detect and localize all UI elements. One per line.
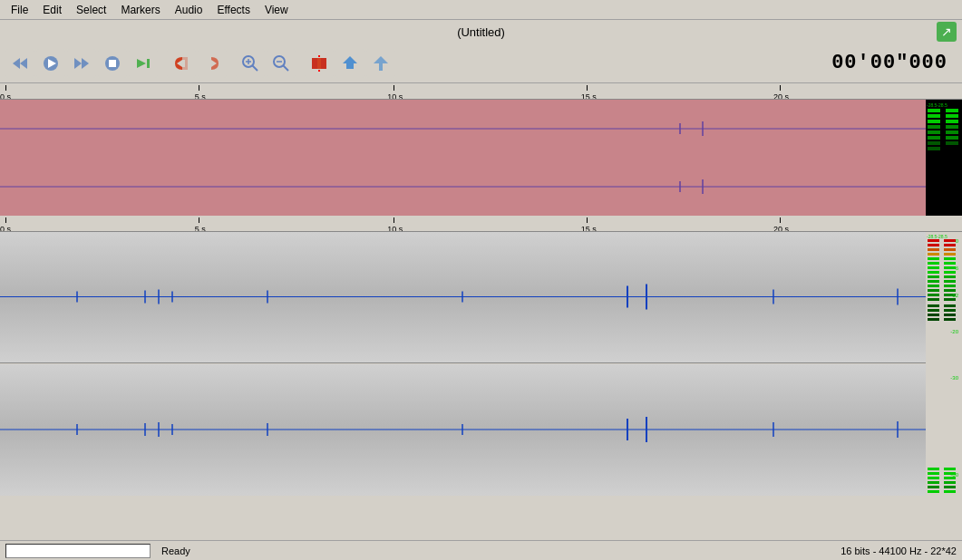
svg-text:-60: -60: [950, 472, 958, 478]
svg-rect-117: [944, 490, 956, 493]
minimize-icon[interactable]: ↗: [937, 22, 957, 42]
loop-button[interactable]: [335, 49, 364, 78]
time-display: 00'00"000: [831, 52, 957, 74]
rewind-button[interactable]: [5, 49, 34, 78]
lower-track-2[interactable]: [0, 364, 926, 496]
svg-rect-99: [944, 262, 956, 265]
svg-rect-104: [944, 285, 956, 287]
svg-marker-5: [82, 58, 89, 69]
svg-marker-1: [20, 58, 27, 69]
lower-ruler-mark-15s: ,15 s: [578, 217, 597, 232]
svg-rect-91: [928, 481, 939, 484]
svg-rect-73: [928, 253, 939, 256]
svg-rect-92: [928, 486, 939, 488]
separator-3: [297, 49, 303, 78]
svg-rect-36: [928, 136, 940, 140]
ruler-label: ,20 s: [771, 92, 789, 100]
menu-markers[interactable]: Markers: [113, 2, 167, 18]
svg-rect-9: [147, 59, 150, 68]
svg-rect-70: [928, 239, 939, 242]
svg-text:-30: -30: [950, 375, 958, 381]
svg-rect-34: [928, 125, 940, 129]
svg-rect-94: [944, 239, 956, 242]
ruler-label: ,10 s: [385, 92, 403, 100]
ruler-tick: [587, 85, 588, 91]
ruler-label: ,15 s: [578, 225, 597, 232]
svg-rect-71: [928, 244, 939, 246]
zoom-out-button[interactable]: [267, 49, 296, 78]
svg-rect-75: [928, 262, 939, 265]
redo-button[interactable]: [198, 49, 227, 78]
lower-ruler: 0 s ,5 s ,10 s ,15 s ,20 s: [0, 216, 962, 232]
stop-button[interactable]: [98, 49, 127, 78]
ruler-label: ,20 s: [771, 225, 789, 232]
ruler-mark-0s: 0 s: [0, 85, 11, 100]
toolbar: 00'00"000: [0, 43, 962, 83]
marker-button[interactable]: [366, 49, 395, 78]
separator-2: [228, 49, 234, 78]
menu-file[interactable]: File: [4, 2, 35, 18]
ruler-tick: [199, 217, 199, 223]
fast-forward-button[interactable]: [67, 49, 96, 78]
lower-track-1[interactable]: [0, 232, 926, 363]
lower-ruler-mark-5s: ,5 s: [192, 217, 206, 232]
ruler-tick: [587, 217, 588, 223]
menu-edit[interactable]: Edit: [35, 2, 69, 18]
svg-rect-96: [944, 248, 956, 251]
ruler-inner-lower: 0 s ,5 s ,10 s ,15 s ,20 s: [0, 217, 926, 232]
zoom-in-button[interactable]: [236, 49, 265, 78]
ruler-label: ,5 s: [192, 92, 206, 100]
menu-audio[interactable]: Audio: [168, 2, 210, 18]
svg-line-11: [252, 65, 258, 71]
ruler-tick: [780, 85, 781, 91]
upper-track-1[interactable]: [0, 100, 926, 158]
ruler-tick: [199, 85, 199, 91]
svg-text:0: 0: [956, 238, 959, 244]
svg-text:-20: -20: [950, 329, 958, 334]
svg-rect-116: [944, 486, 956, 488]
ruler-label: ,5 s: [192, 225, 206, 232]
status-info: 16 bits - 44100 Hz - 22*42: [841, 546, 957, 556]
go-to-end-button[interactable]: [129, 49, 158, 78]
svg-rect-109: [944, 309, 956, 312]
lower-ruler-mark-0s: 0 s: [0, 217, 11, 232]
svg-rect-88: [928, 468, 939, 470]
svg-marker-4: [74, 58, 82, 69]
svg-rect-97: [944, 253, 956, 256]
svg-marker-0: [13, 58, 20, 69]
lower-section: 0 s ,5 s ,10 s ,15 s ,20 s: [0, 216, 962, 232]
lower-waveform-2: [0, 364, 926, 496]
svg-rect-19: [321, 58, 326, 69]
status-text: Ready: [161, 546, 190, 556]
play-button[interactable]: [36, 49, 65, 78]
svg-rect-18: [317, 58, 321, 69]
svg-rect-41: [946, 120, 958, 123]
status-bar: Ready 16 bits - 44100 Hz - 22*42: [0, 540, 962, 560]
svg-rect-78: [928, 275, 939, 278]
ruler-label: 0 s: [0, 225, 11, 232]
menu-effects[interactable]: Effects: [209, 2, 257, 18]
svg-rect-7: [109, 60, 116, 67]
svg-text:-28.5-28.5: -28.5-28.5: [927, 234, 947, 239]
title-bar: (Untitled) ↗: [0, 20, 962, 43]
undo-button[interactable]: [167, 49, 196, 78]
ruler-tick: [394, 217, 394, 223]
svg-rect-93: [928, 490, 939, 493]
svg-rect-83: [928, 298, 939, 301]
svg-rect-101: [944, 271, 956, 274]
upper-track-area[interactable]: -28.5-28.5 0: [0, 100, 962, 216]
status-input[interactable]: [5, 544, 151, 558]
svg-text:-12: -12: [950, 293, 958, 298]
svg-rect-111: [944, 318, 956, 321]
svg-rect-103: [944, 280, 956, 283]
window-title: (Untitled): [457, 25, 505, 39]
menu-select[interactable]: Select: [69, 2, 113, 18]
menu-view[interactable]: View: [258, 2, 296, 18]
svg-rect-110: [944, 314, 956, 316]
svg-rect-107: [944, 298, 956, 301]
svg-rect-81: [928, 289, 939, 292]
upper-track-2[interactable]: [0, 158, 926, 216]
svg-rect-82: [928, 294, 939, 296]
svg-rect-89: [928, 472, 939, 475]
snap-button[interactable]: [305, 49, 334, 78]
